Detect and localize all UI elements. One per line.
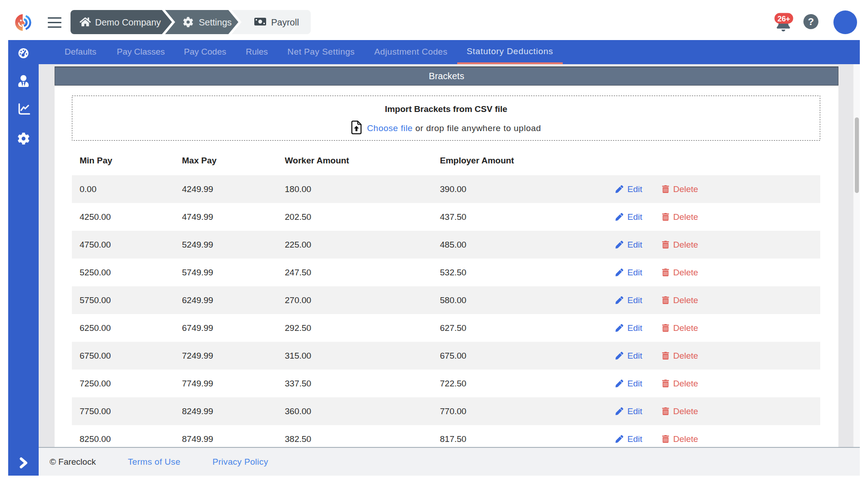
- svg-text:Demo Company: Demo Company: [95, 17, 161, 27]
- svg-text:Payroll: Payroll: [271, 17, 299, 27]
- svg-text:26+: 26+: [777, 15, 790, 23]
- svg-text:Settings: Settings: [199, 17, 232, 27]
